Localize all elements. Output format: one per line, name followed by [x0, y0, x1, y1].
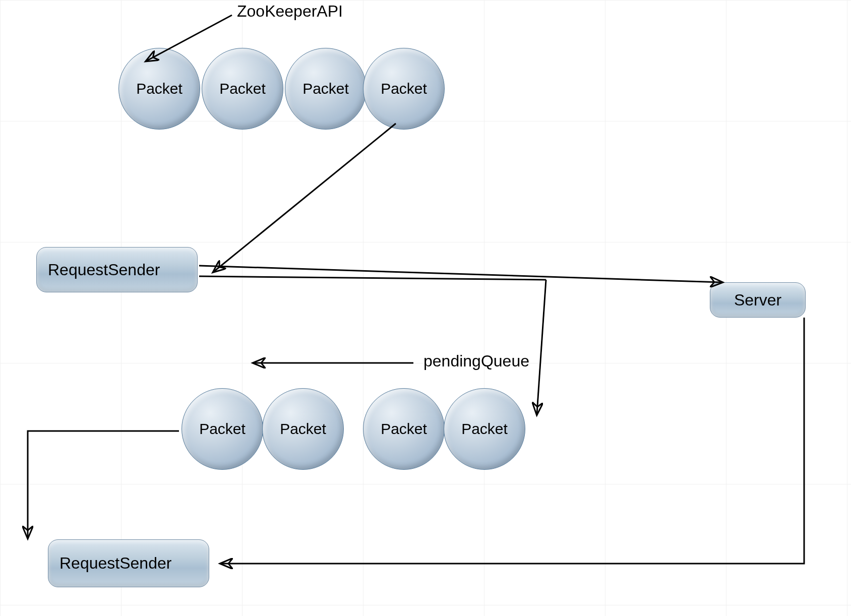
packet-label: Packet	[461, 420, 508, 438]
arrow-packets-to-sender	[214, 124, 396, 271]
packet-label: Packet	[381, 80, 427, 97]
packet-pending-1: Packet	[181, 388, 263, 470]
packet-pending-2: Packet	[262, 388, 344, 470]
packet-label: Packet	[280, 420, 326, 438]
server-label: Server	[734, 291, 781, 310]
packet-pending-4: Packet	[444, 388, 525, 470]
request-sender-label: RequestSender	[48, 261, 160, 279]
arrow-sender-to-server	[199, 266, 721, 282]
packet-label: Packet	[302, 80, 349, 97]
arrow-sender-to-pending-vert	[537, 280, 546, 413]
packet-top-3: Packet	[285, 48, 367, 130]
server-box: Server	[710, 282, 806, 318]
packet-top-4: Packet	[363, 48, 445, 130]
packet-label: Packet	[199, 420, 246, 438]
request-sender-top: RequestSender	[36, 247, 198, 292]
packet-label: Packet	[136, 80, 183, 97]
packet-label: Packet	[219, 80, 266, 97]
packet-pending-3: Packet	[363, 388, 445, 470]
request-sender-label: RequestSender	[59, 554, 171, 573]
packet-label: Packet	[381, 420, 427, 438]
arrow-sender-to-pending-horiz	[199, 276, 546, 280]
request-sender-bottom: RequestSender	[48, 539, 209, 587]
arrow-pending-to-sender-bottom	[28, 431, 179, 537]
packet-top-2: Packet	[202, 48, 283, 130]
zookeeper-api-label: ZooKeeperAPI	[237, 2, 343, 21]
pending-queue-label: pendingQueue	[423, 352, 529, 371]
packet-top-1: Packet	[118, 48, 200, 130]
diagram-canvas: ZooKeeperAPI Packet Packet Packet Packet…	[0, 0, 851, 616]
